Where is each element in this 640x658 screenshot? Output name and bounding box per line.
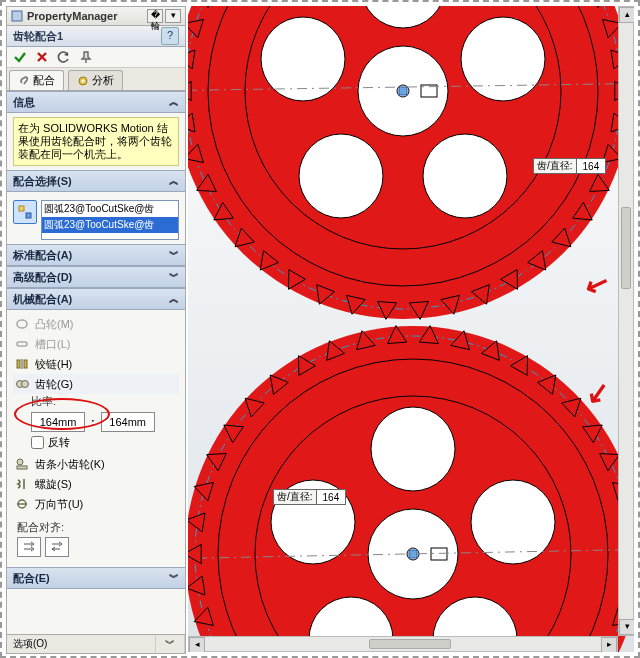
panel-bottom-bar: 选项(O) ︾ <box>7 634 185 653</box>
svg-point-30 <box>371 407 455 491</box>
mate-gear[interactable]: 齿轮(G) <box>13 374 179 394</box>
svg-rect-44 <box>26 213 31 218</box>
section-advanced-head[interactable]: 高级配合(D) ︾ <box>7 266 185 288</box>
chevron-up-icon: ︽ <box>169 292 179 306</box>
dim-label: 齿/直径: <box>274 490 317 504</box>
section-mechanical-head[interactable]: 机械配合(A) ︽ <box>7 288 185 310</box>
list-item[interactable]: 圆弧23@TooCutSke@齿 <box>42 201 178 217</box>
tab-bar: 配合 分析 <box>7 68 185 91</box>
section-title: 选项(O) <box>13 637 47 651</box>
gear-pair-icon <box>15 377 29 391</box>
section-title: 配合(E) <box>13 571 50 586</box>
feature-name: 齿轮配合1 <box>13 29 161 44</box>
panel-titlebar: PropertyManager �輪 ▾ <box>7 7 185 26</box>
mate-universal[interactable]: 万向节(U) <box>13 494 179 514</box>
section-title: 标准配合(A) <box>13 248 72 263</box>
svg-rect-24 <box>399 87 407 95</box>
section-mates-head[interactable]: 配合(E) ︾ <box>7 567 185 589</box>
item-label: 齿轮(G) <box>35 377 73 392</box>
align-label: 配合对齐: <box>17 520 179 535</box>
mate-rack[interactable]: 齿条小齿轮(K) <box>13 454 179 474</box>
section-selection-head[interactable]: 配合选择(S) ︽ <box>7 170 185 192</box>
selection-filter-button[interactable] <box>13 200 37 224</box>
scroll-thumb[interactable] <box>369 639 451 649</box>
scroll-right-button[interactable]: ▸ <box>601 637 617 652</box>
panel-icon <box>11 10 23 22</box>
svg-rect-43 <box>19 206 24 211</box>
chevron-down-icon[interactable]: ︾ <box>156 635 185 653</box>
rack-icon <box>15 457 29 471</box>
svg-rect-48 <box>24 360 27 368</box>
tab-mates[interactable]: 配合 <box>9 70 64 90</box>
ok-button[interactable] <box>13 50 27 64</box>
section-title: 机械配合(A) <box>13 292 72 307</box>
svg-rect-46 <box>17 342 27 346</box>
scroll-thumb[interactable] <box>621 207 631 289</box>
scroll-left-button[interactable]: ◂ <box>189 637 205 652</box>
dim-value: 164 <box>577 161 606 172</box>
ratio-input-2[interactable] <box>101 412 155 432</box>
svg-rect-47 <box>17 360 20 368</box>
section-options-head[interactable]: 选项(O) <box>7 635 156 653</box>
ratio-label: 比率: <box>31 394 179 409</box>
pin-button[interactable]: �輪 <box>147 9 163 23</box>
graphics-viewport[interactable]: 齿/直径: 164 齿/直径: 164 ↙ ↙ ▴ ▾ ◂ ▸ <box>188 6 634 652</box>
item-label: 槽口(L) <box>35 337 70 352</box>
scroll-up-button[interactable]: ▴ <box>619 7 634 23</box>
panel-title: PropertyManager <box>27 10 147 22</box>
item-label: 齿条小齿轮(K) <box>35 457 105 472</box>
mate-hinge[interactable]: 铰链(H) <box>13 354 179 374</box>
app-frame: 齿/直径: 164 齿/直径: 164 ↙ ↙ ▴ ▾ ◂ ▸ Property… <box>0 0 640 658</box>
section-title: 配合选择(S) <box>13 174 72 189</box>
align-anti-icon <box>50 541 64 553</box>
chevron-down-icon: ︾ <box>169 571 179 585</box>
tab-label: 配合 <box>33 73 55 88</box>
item-label: 万向节(U) <box>35 497 83 512</box>
align-anti-button[interactable] <box>45 537 69 557</box>
dimension-tag-upper[interactable]: 齿/直径: 164 <box>533 158 606 174</box>
svg-point-42 <box>82 79 85 82</box>
mate-screw[interactable]: 螺旋(S) <box>13 474 179 494</box>
ratio-input-1[interactable] <box>31 412 85 432</box>
pushpin-icon[interactable] <box>79 50 93 64</box>
svg-point-17 <box>461 17 545 101</box>
cancel-button[interactable] <box>35 50 49 64</box>
chevron-down-icon: ︾ <box>169 248 179 262</box>
selection-list[interactable]: 圆弧23@TooCutSke@齿 圆弧23@TooCutSke@齿 <box>41 200 179 240</box>
tab-analysis[interactable]: 分析 <box>68 70 123 90</box>
gear-scene <box>188 6 634 652</box>
align-same-button[interactable] <box>17 537 41 557</box>
hinge-icon <box>15 357 29 371</box>
horizontal-scrollbar[interactable]: ◂ ▸ <box>188 636 618 652</box>
dim-value: 164 <box>317 492 346 503</box>
svg-point-52 <box>17 459 23 465</box>
section-info-body: 在为 SOLIDWORKS Motion 结果使用齿轮配合时，将两个齿轮装配在同… <box>7 113 185 170</box>
property-manager-panel: PropertyManager �輪 ▾ 齿轮配合1 ? 配合 分析 <box>6 6 186 654</box>
cam-icon <box>15 317 29 331</box>
mate-cam[interactable]: 凸轮(M) <box>13 314 179 334</box>
menu-button[interactable]: ▾ <box>165 9 181 23</box>
mate-slot[interactable]: 槽口(L) <box>13 334 179 354</box>
info-note: 在为 SOLIDWORKS Motion 结果使用齿轮配合时，将两个齿轮装配在同… <box>13 117 179 166</box>
screw-icon <box>15 477 29 491</box>
paperclip-icon <box>18 75 30 87</box>
svg-point-19 <box>299 134 383 218</box>
reverse-checkbox[interactable] <box>31 436 44 449</box>
gear-icon <box>77 75 89 87</box>
svg-point-45 <box>17 320 27 328</box>
section-mechanical-body: 凸轮(M) 槽口(L) 铰链(H) 齿轮(G) 比率: : <box>7 310 185 561</box>
chevron-down-icon: ︾ <box>169 270 179 284</box>
section-selection-body: 圆弧23@TooCutSke@齿 圆弧23@TooCutSke@齿 <box>7 192 185 244</box>
section-title: 信息 <box>13 95 35 110</box>
vertical-scrollbar[interactable]: ▴ ▾ <box>618 6 634 636</box>
section-standard-head[interactable]: 标准配合(A) ︾ <box>7 244 185 266</box>
section-info-head[interactable]: 信息 ︽ <box>7 91 185 113</box>
command-bar <box>7 47 185 68</box>
list-item[interactable]: 圆弧23@TooCutSke@齿 <box>42 217 178 233</box>
feature-name-bar: 齿轮配合1 ? <box>7 26 185 47</box>
svg-rect-40 <box>12 11 22 21</box>
scroll-down-button[interactable]: ▾ <box>619 619 634 635</box>
undo-button[interactable] <box>57 50 71 64</box>
dimension-tag-lower[interactable]: 齿/直径: 164 <box>273 489 346 505</box>
help-button[interactable]: ? <box>161 27 179 45</box>
